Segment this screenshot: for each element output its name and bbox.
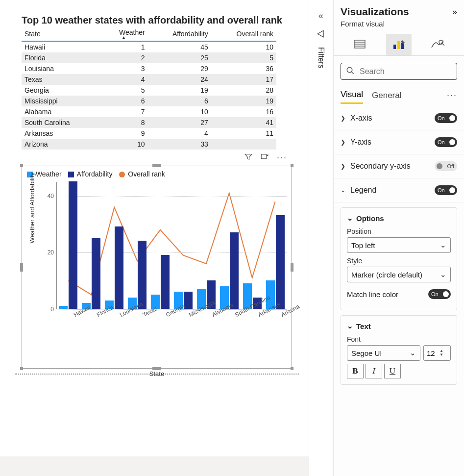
y-axis-label: Weather and Affordability <box>28 173 36 244</box>
table-row[interactable]: Texas42417 <box>22 74 276 85</box>
page-tab-strip[interactable] <box>0 456 309 476</box>
search-input[interactable] <box>359 67 459 76</box>
visual-title: Top 10 weather states with affordability… <box>22 15 299 26</box>
chevron-right-icon: ❯ <box>341 139 346 146</box>
pane-title: Visualizations <box>341 6 409 18</box>
search-icon <box>346 66 355 76</box>
toggle-x-axis[interactable]: On <box>435 113 457 123</box>
font-label: Font <box>347 335 451 343</box>
italic-button[interactable]: I <box>366 364 382 378</box>
chevron-right-icon: ❯ <box>341 115 346 122</box>
analytics-tab-icon[interactable] <box>425 34 450 55</box>
section-legend[interactable]: ⌄ Legend On <box>334 178 464 202</box>
chevron-right-icon: ❯ <box>341 163 346 170</box>
chevron-down-icon: ⌄ <box>347 322 353 330</box>
tab-general[interactable]: General <box>372 88 401 103</box>
chevron-down-icon: ⌄ <box>440 270 446 279</box>
format-mode-tabs <box>334 32 464 56</box>
bold-button[interactable]: B <box>347 364 364 378</box>
plot-area[interactable]: 02040 <box>56 182 287 309</box>
table-row[interactable]: Louisiana32936 <box>22 63 276 74</box>
svg-point-10 <box>347 67 352 73</box>
filters-pane-collapsed: « Filters <box>309 0 333 476</box>
col-overall-rank[interactable]: Overall rank <box>211 27 276 41</box>
chevron-down-icon: ⌄ <box>341 187 346 194</box>
x-axis-labels: HawaiiFloridaLouisianaTexasGeorgiaMissis… <box>56 309 292 339</box>
table-row[interactable]: Hawaii14510 <box>22 41 276 52</box>
step-down-icon[interactable]: ▼ <box>440 353 443 357</box>
tab-visual[interactable]: Visual <box>341 87 363 104</box>
table-row[interactable]: Arizona1033 <box>22 139 276 150</box>
more-options-icon[interactable]: ··· <box>274 150 290 165</box>
chevron-down-icon: ⌄ <box>440 241 446 250</box>
position-select[interactable]: Top left ⌄ <box>347 237 451 253</box>
match-line-color-label: Match line color <box>347 290 398 299</box>
style-select[interactable]: Marker (circle default) ⌄ <box>347 267 451 282</box>
svg-rect-6 <box>397 41 400 49</box>
col-affordability[interactable]: Affordability <box>148 27 211 41</box>
legend-item-overall-rank[interactable]: Overall rank <box>119 170 165 178</box>
table-row[interactable]: Georgia51928 <box>22 85 276 96</box>
text-header[interactable]: ⌄ Text <box>347 322 451 330</box>
table-row[interactable]: Alabama71016 <box>22 106 276 117</box>
collapse-left-icon[interactable]: « <box>309 7 333 25</box>
chevron-down-icon: ⌄ <box>410 349 416 357</box>
svg-rect-0 <box>262 154 267 159</box>
sort-asc-icon: ▲ <box>102 36 145 39</box>
pane-subtitle: Format visual <box>334 20 464 32</box>
table-row[interactable]: Arkansas9411 <box>22 128 276 139</box>
svg-rect-7 <box>401 43 404 49</box>
position-label: Position <box>347 227 451 235</box>
search-box[interactable] <box>341 63 457 80</box>
tabs-more-icon[interactable]: ··· <box>447 90 457 100</box>
font-family-select[interactable]: Segoe UI ⌄ <box>347 345 420 361</box>
style-label: Style <box>347 257 451 265</box>
underline-button[interactable]: U <box>384 364 401 378</box>
bookmark-icon[interactable] <box>309 25 333 45</box>
section-y-axis[interactable]: ❯ Y-axis On <box>334 130 464 154</box>
col-weather[interactable]: Weather ▲ <box>99 27 147 41</box>
combo-chart-visual[interactable]: Weather Affordability Overall rank Weath… <box>22 166 292 369</box>
visualizations-pane: Visualizations » Format visual <box>333 0 464 476</box>
section-secondary-y-axis[interactable]: ❯ Secondary y-axis Off <box>334 154 464 178</box>
section-x-axis[interactable]: ❯ X-axis On <box>334 106 464 130</box>
x-axis-title: State <box>22 339 292 377</box>
format-visual-tab-icon[interactable] <box>386 34 412 55</box>
col-state[interactable]: State <box>22 27 99 41</box>
font-size-input[interactable]: ▲▼ <box>423 345 451 361</box>
chart-legend[interactable]: Weather Affordability Overall rank <box>22 166 292 180</box>
options-header[interactable]: ⌄ Options <box>347 214 451 223</box>
toggle-secondary-y-axis[interactable]: Off <box>435 161 457 171</box>
table-row[interactable]: South Carolina82741 <box>22 117 276 128</box>
legend-text-card: ⌄ Text Font Segoe UI ⌄ ▲▼ B I U <box>341 315 457 385</box>
visual-action-bar: ··· <box>15 150 299 165</box>
svg-line-11 <box>351 72 354 74</box>
expand-right-icon[interactable]: » <box>452 7 457 17</box>
toggle-match-line-color[interactable]: On <box>428 289 451 299</box>
toggle-y-axis[interactable]: On <box>435 137 457 147</box>
filters-label[interactable]: Filters <box>317 47 325 69</box>
build-visual-tab-icon[interactable] <box>347 34 373 55</box>
data-table[interactable]: State Weather ▲ Affordability Overall ra… <box>22 27 276 150</box>
focus-mode-icon[interactable] <box>257 150 272 165</box>
filter-icon[interactable] <box>241 150 256 165</box>
table-row[interactable]: Mississippi6619 <box>22 96 276 106</box>
table-row[interactable]: Florida2255 <box>22 52 276 63</box>
legend-item-affordability[interactable]: Affordability <box>68 170 114 178</box>
svg-rect-5 <box>393 45 396 49</box>
svg-line-9 <box>442 44 444 46</box>
toggle-legend[interactable]: On <box>435 185 457 195</box>
report-canvas: Top 10 weather states with affordability… <box>0 0 309 456</box>
legend-options-card: ⌄ Options Position Top left ⌄ Style Mark… <box>341 207 457 310</box>
chevron-down-icon: ⌄ <box>347 214 353 223</box>
